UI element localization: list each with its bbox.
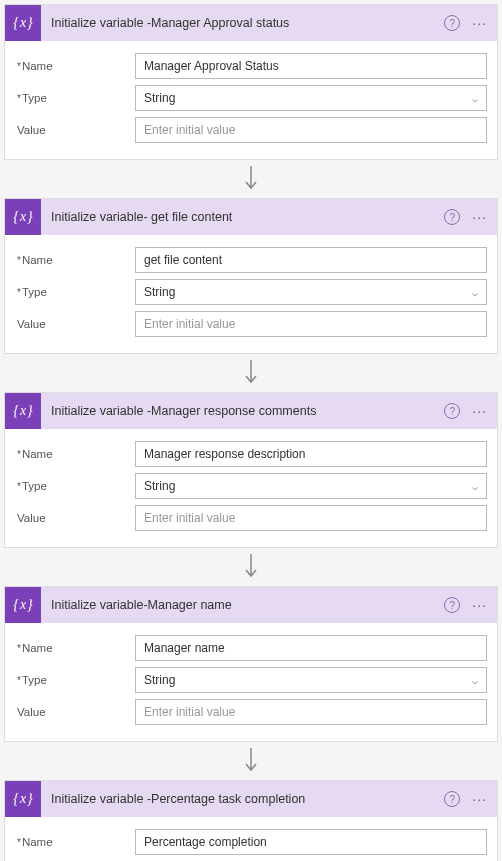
value-label: Value (15, 706, 135, 718)
card-body: Name Percentage completion Type Integer … (5, 817, 497, 861)
name-label: Name (15, 642, 135, 654)
name-field[interactable]: Manager response description (135, 441, 487, 467)
action-card: x Initialize variable -Manager response … (4, 392, 498, 548)
type-select[interactable]: String ⌵ (135, 473, 487, 499)
help-icon[interactable]: ? (444, 791, 460, 807)
card-header[interactable]: x Initialize variable -Percentage task c… (5, 781, 497, 817)
help-icon[interactable]: ? (444, 403, 460, 419)
type-label: Type (15, 480, 135, 492)
value-label: Value (15, 512, 135, 524)
card-header[interactable]: x Initialize variable -Manager Approval … (5, 5, 497, 41)
variable-icon: x (5, 781, 41, 817)
help-icon[interactable]: ? (444, 15, 460, 31)
chevron-down-icon: ⌵ (472, 481, 478, 492)
name-label: Name (15, 254, 135, 266)
variable-icon: x (5, 587, 41, 623)
variable-icon: x (5, 199, 41, 235)
card-body: Name get file content Type String ⌵ Valu… (5, 235, 497, 353)
name-field[interactable]: get file content (135, 247, 487, 273)
flow-arrow-icon (0, 358, 502, 388)
type-select[interactable]: String ⌵ (135, 279, 487, 305)
card-title: Initialize variable -Manager response co… (41, 404, 444, 418)
name-field[interactable]: Percentage completion (135, 829, 487, 855)
chevron-down-icon: ⌵ (472, 93, 478, 104)
action-card: x Initialize variable -Percentage task c… (4, 780, 498, 861)
value-input[interactable] (135, 699, 487, 725)
action-card: x Initialize variable- get file content … (4, 198, 498, 354)
card-header[interactable]: x Initialize variable- get file content … (5, 199, 497, 235)
more-icon[interactable]: ··· (468, 207, 491, 227)
type-label: Type (15, 92, 135, 104)
action-card: x Initialize variable -Manager Approval … (4, 4, 498, 160)
flow-arrow-icon (0, 552, 502, 582)
help-icon[interactable]: ? (444, 597, 460, 613)
card-body: Name Manager Approval Status Type String… (5, 41, 497, 159)
chevron-down-icon: ⌵ (472, 287, 478, 298)
card-title: Initialize variable -Percentage task com… (41, 792, 444, 806)
type-select[interactable]: String ⌵ (135, 667, 487, 693)
type-select[interactable]: String ⌵ (135, 85, 487, 111)
value-input[interactable] (135, 117, 487, 143)
name-field[interactable]: Manager Approval Status (135, 53, 487, 79)
more-icon[interactable]: ··· (468, 13, 491, 33)
help-icon[interactable]: ? (444, 209, 460, 225)
type-value: String (144, 673, 175, 687)
card-title: Initialize variable- get file content (41, 210, 444, 224)
type-label: Type (15, 674, 135, 686)
type-value: String (144, 479, 175, 493)
name-label: Name (15, 836, 135, 848)
card-title: Initialize variable-Manager name (41, 598, 444, 612)
flow-arrow-icon (0, 746, 502, 776)
card-body: Name Manager response description Type S… (5, 429, 497, 547)
type-value: String (144, 285, 175, 299)
name-label: Name (15, 60, 135, 72)
card-body: Name Manager name Type String ⌵ Value (5, 623, 497, 741)
name-field[interactable]: Manager name (135, 635, 487, 661)
more-icon[interactable]: ··· (468, 789, 491, 809)
card-header[interactable]: x Initialize variable -Manager response … (5, 393, 497, 429)
value-input[interactable] (135, 311, 487, 337)
value-label: Value (15, 318, 135, 330)
value-input[interactable] (135, 505, 487, 531)
variable-icon: x (5, 393, 41, 429)
flow-arrow-icon (0, 164, 502, 194)
card-header[interactable]: x Initialize variable-Manager name ? ··· (5, 587, 497, 623)
more-icon[interactable]: ··· (468, 401, 491, 421)
type-label: Type (15, 286, 135, 298)
value-label: Value (15, 124, 135, 136)
more-icon[interactable]: ··· (468, 595, 491, 615)
name-label: Name (15, 448, 135, 460)
card-title: Initialize variable -Manager Approval st… (41, 16, 444, 30)
variable-icon: x (5, 5, 41, 41)
chevron-down-icon: ⌵ (472, 675, 478, 686)
action-card: x Initialize variable-Manager name ? ···… (4, 586, 498, 742)
type-value: String (144, 91, 175, 105)
